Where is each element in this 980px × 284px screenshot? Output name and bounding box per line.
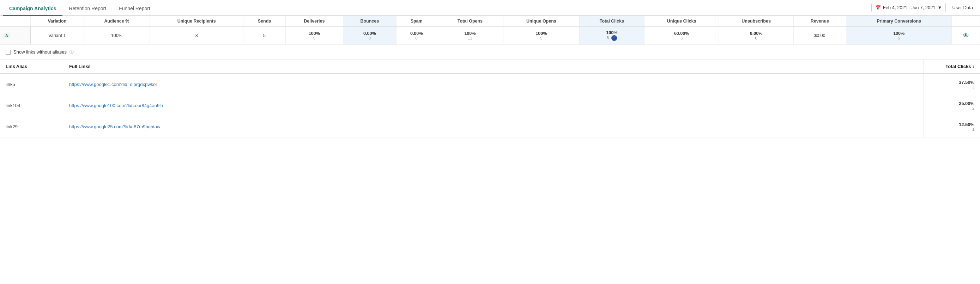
table-row: A Variant 1 100% 3 5 100% 5 0.00% 0 0.00… <box>0 27 980 45</box>
analytics-table: Variation Audience % Unique Recipients S… <box>0 16 980 45</box>
col-header-unsubscribes: Unsubscribes <box>719 16 793 27</box>
unique-clicks-bottom: 3 <box>648 36 715 40</box>
cell-total-opens: 100% 11 <box>437 27 503 45</box>
row-label: A <box>0 27 31 45</box>
col-header-primary-conversions: Primary Conversions <box>846 16 951 27</box>
link-alias-1: link5 <box>0 74 64 95</box>
cell-unique-recipients: 3 <box>150 27 243 45</box>
cell-bounces: 0.00% 0 <box>343 27 396 45</box>
col-header-unique-clicks: Unique Clicks <box>644 16 719 27</box>
link-alias-2: link104 <box>0 95 64 116</box>
unique-opens-top: 100% <box>507 31 576 36</box>
total-clicks-cell-2: 25.00% 2 <box>924 95 980 116</box>
total-opens-bottom: 11 <box>441 36 500 40</box>
link-row-1: link5 https://www.google1.com?lid=olprgd… <box>0 74 980 95</box>
date-picker-button[interactable]: 📅 Feb 4, 2021 - Jun 7, 2021 ▼ <box>871 3 946 12</box>
cell-revenue: $0.00 <box>793 27 846 45</box>
cell-total-clicks: 100% 8 ⌃ <box>579 27 644 45</box>
cell-sends: 5 <box>243 27 285 45</box>
col-header-deliveries: Deliveries <box>285 16 343 27</box>
col-header-unique-recipients: Unique Recipients <box>150 16 243 27</box>
up-trend-icon: ⌃ <box>611 35 617 41</box>
col-header-sends: Sends <box>243 16 285 27</box>
links-col-full-links: Full Links <box>64 60 924 74</box>
col-header-revenue: Revenue <box>793 16 846 27</box>
cell-unsubscribes: 0.00% 0 <box>719 27 793 45</box>
primary-conversions-top: 100% <box>850 31 948 36</box>
cell-spam: 0.00% 0 <box>396 27 437 45</box>
unsubscribes-top: 0.00% <box>722 31 789 36</box>
full-link-3[interactable]: https://www.google25.com?lid=t87rh9bqhta… <box>64 116 924 137</box>
primary-conversions-bottom: 5 <box>850 36 948 40</box>
total-opens-top: 100% <box>441 31 500 36</box>
clicks-count-2: 2 <box>929 106 975 110</box>
sort-desc-icon: ↓ <box>972 64 974 69</box>
show-links-checkbox[interactable] <box>6 50 11 55</box>
variant-badge: A <box>3 33 10 38</box>
clicks-count-3: 1 <box>929 127 975 132</box>
cell-audience-pct: 100% <box>84 27 150 45</box>
spam-top: 0.00% <box>400 31 433 36</box>
col-header-bounces: Bounces <box>343 16 396 27</box>
col-header-variation: Variation <box>31 16 84 27</box>
total-clicks-bottom: 8 ⌃ <box>583 35 641 41</box>
tab-funnel-report[interactable]: Funnel Report <box>113 1 157 16</box>
col-header-spam: Spam <box>396 16 437 27</box>
cell-unique-clicks: 60.00% 3 <box>644 27 719 45</box>
cell-variation: Variant 1 <box>31 27 84 45</box>
bounces-bottom: 0 <box>347 36 393 40</box>
unique-opens-bottom: 5 <box>507 36 576 40</box>
show-links-label: Show links without aliases <box>13 49 67 55</box>
col-header-unique-opens: Unique Opens <box>503 16 580 27</box>
bounces-top: 0.00% <box>347 31 393 36</box>
full-link-2[interactable]: https://www.google100.com?lid=oor84g4ao9… <box>64 95 924 116</box>
col-header-actions <box>952 16 980 27</box>
calendar-icon: 📅 <box>875 5 881 10</box>
cell-deliveries: 100% 5 <box>285 27 343 45</box>
chevron-down-icon: ▼ <box>938 5 942 10</box>
col-header-audience-pct: Audience % <box>84 16 150 27</box>
show-links-row: Show links without aliases ⓘ <box>0 45 980 60</box>
links-col-total-clicks[interactable]: Total Clicks ↓ <box>924 60 980 74</box>
deliveries-top: 100% <box>289 31 339 36</box>
total-clicks-cell-1: 37.50% 3 <box>924 74 980 95</box>
clicks-pct-1: 37.50% <box>929 79 975 85</box>
links-col-link-alias: Link Alias <box>0 60 64 74</box>
full-link-1[interactable]: https://www.google1.com?lid=olprgdxpwkor <box>64 74 924 95</box>
clicks-pct-3: 12.50% <box>929 122 975 127</box>
col-header-total-opens: Total Opens <box>437 16 503 27</box>
col-header-total-clicks: Total Clicks <box>579 16 644 27</box>
clicks-count-1: 3 <box>929 85 975 89</box>
links-table: Link Alias Full Links Total Clicks ↓ lin… <box>0 60 980 137</box>
link-alias-3: link29 <box>0 116 64 137</box>
cell-unique-opens: 100% 5 <box>503 27 580 45</box>
total-clicks-top: 100% <box>583 30 641 35</box>
user-data-button[interactable]: User Data <box>949 3 976 12</box>
link-row-2: link104 https://www.google100.com?lid=oo… <box>0 95 980 116</box>
spam-bottom: 0 <box>400 36 433 40</box>
link-row-3: link29 https://www.google25.com?lid=t87r… <box>0 116 980 137</box>
date-range-label: Feb 4, 2021 - Jun 7, 2021 <box>883 5 935 10</box>
analytics-table-wrapper: Variation Audience % Unique Recipients S… <box>0 16 980 45</box>
cell-primary-conversions: 100% 5 <box>846 27 951 45</box>
eye-icon[interactable]: 👁 <box>963 32 969 39</box>
clicks-pct-2: 25.00% <box>929 101 975 106</box>
tab-retention-report[interactable]: Retention Report <box>62 1 113 16</box>
tab-campaign-analytics[interactable]: Campaign Analytics <box>3 1 62 16</box>
tabs-bar: Campaign Analytics Retention Report Funn… <box>0 0 980 16</box>
total-clicks-cell-3: 12.50% 1 <box>924 116 980 137</box>
cell-eye-action[interactable]: 👁 <box>952 27 980 45</box>
unsubscribes-bottom: 0 <box>722 36 789 40</box>
col-header-empty <box>0 16 31 27</box>
links-section: Link Alias Full Links Total Clicks ↓ lin… <box>0 60 980 137</box>
info-icon[interactable]: ⓘ <box>70 49 74 55</box>
deliveries-bottom: 5 <box>289 36 339 40</box>
unique-clicks-top: 60.00% <box>648 31 715 36</box>
tab-right-controls: 📅 Feb 4, 2021 - Jun 7, 2021 ▼ User Data <box>867 0 980 15</box>
